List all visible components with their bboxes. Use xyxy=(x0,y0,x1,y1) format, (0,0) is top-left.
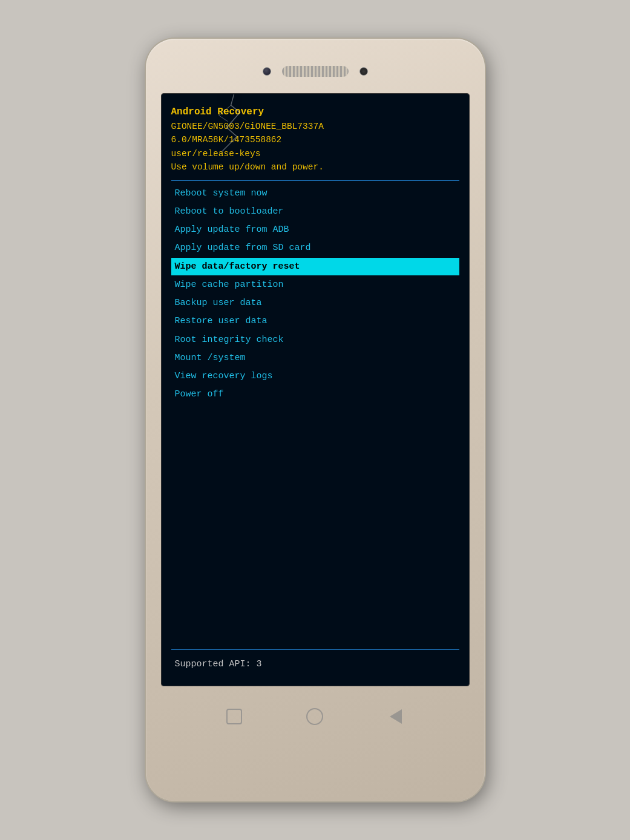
menu-item-apply-sd[interactable]: Apply update from SD card xyxy=(171,239,459,257)
bottom-separator xyxy=(171,649,459,650)
sensor xyxy=(359,67,368,76)
nav-home-button[interactable] xyxy=(304,706,326,727)
phone-screen: Android Recovery GIONEE/GN5003/GiONEE_BB… xyxy=(161,93,470,686)
menu-item-reboot-bootloader[interactable]: Reboot to bootloader xyxy=(171,203,459,220)
speaker-grille xyxy=(282,66,349,77)
api-text: Supported API: 3 xyxy=(171,654,459,677)
recovery-menu: Reboot system now Reboot to bootloader A… xyxy=(171,185,459,404)
menu-item-mount-system[interactable]: Mount /system xyxy=(171,349,459,367)
device-line4: Use volume up/down and power. xyxy=(171,160,459,174)
menu-item-recovery-logs[interactable]: View recovery logs xyxy=(171,367,459,385)
nav-recent-button[interactable] xyxy=(223,706,245,727)
menu-item-wipe-cache[interactable]: Wipe cache partition xyxy=(171,276,459,294)
recovery-title: Android Recovery xyxy=(171,105,459,120)
phone-bottom-nav xyxy=(146,686,485,747)
menu-item-restore[interactable]: Restore user data xyxy=(171,312,459,330)
menu-item-root-check[interactable]: Root integrity check xyxy=(171,331,459,349)
nav-back-button[interactable] xyxy=(385,706,407,727)
phone-top-bezel xyxy=(146,39,485,93)
front-camera xyxy=(263,67,271,76)
menu-item-wipe-factory[interactable]: Wipe data/factory reset xyxy=(171,258,459,275)
top-separator xyxy=(171,180,459,181)
phone-body: Android Recovery GIONEE/GN5003/GiONEE_BB… xyxy=(146,39,485,801)
menu-item-apply-adb[interactable]: Apply update from ADB xyxy=(171,221,459,238)
menu-item-power-off[interactable]: Power off xyxy=(171,386,459,403)
menu-item-backup[interactable]: Backup user data xyxy=(171,294,459,312)
menu-item-reboot-system[interactable]: Reboot system now xyxy=(171,185,459,202)
device-line1: GIONEE/GN5003/GiONEE_BBL7337A xyxy=(171,120,459,133)
header-block: Android Recovery GIONEE/GN5003/GiONEE_BB… xyxy=(171,105,459,174)
device-line2: 6.0/MRA58K/1473558862 xyxy=(171,133,459,146)
device-line3: user/release-keys xyxy=(171,147,459,160)
screen-bottom-area: Supported API: 3 xyxy=(171,404,459,677)
recovery-screen: Android Recovery GIONEE/GN5003/GiONEE_BB… xyxy=(162,94,469,686)
